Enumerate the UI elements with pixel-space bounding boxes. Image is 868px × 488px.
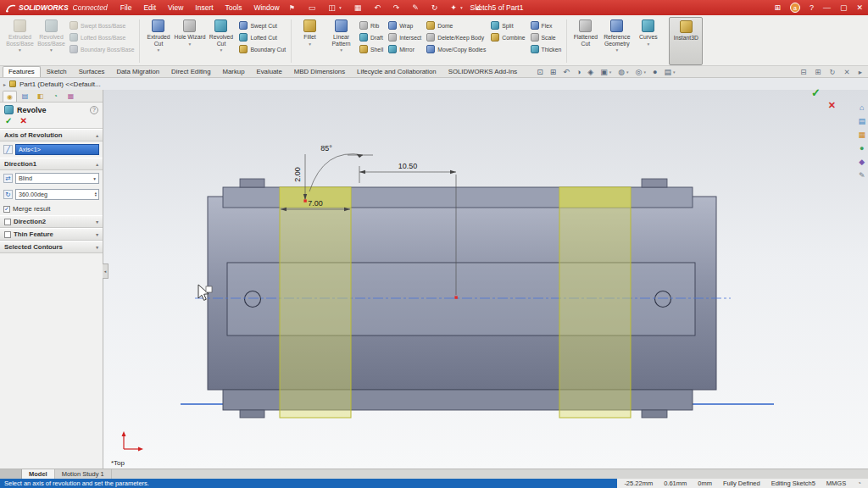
tab-mbd-dimensions[interactable]: MBD Dimensions bbox=[288, 66, 351, 77]
direction2-section[interactable]: Direction2 ▾ bbox=[0, 215, 103, 228]
rebuild-icon[interactable]: ↻ bbox=[431, 3, 438, 12]
pin-menu-icon[interactable]: ⚑ bbox=[289, 4, 295, 12]
panel-collapse-handle[interactable]: ◂ bbox=[103, 263, 108, 279]
scale-button[interactable]: Scale bbox=[528, 33, 565, 42]
maximize-button[interactable]: ▢ bbox=[840, 3, 848, 12]
boundary-boss-button[interactable]: Boundary Boss/Base bbox=[67, 45, 136, 53]
expand-pane-icon[interactable]: ⊞ bbox=[815, 68, 821, 76]
spinner-arrows[interactable]: ▴▾ bbox=[95, 192, 97, 197]
propertymanager-tab[interactable]: ◉ bbox=[3, 91, 17, 102]
selected-contours-section[interactable]: Selected Contours ▾ bbox=[0, 241, 103, 253]
status-icon[interactable]: ◔ bbox=[857, 480, 861, 487]
menu-tools[interactable]: Tools bbox=[220, 3, 248, 12]
select-icon[interactable]: ✎ bbox=[412, 3, 419, 12]
breadcrumb-expand-icon[interactable]: ▸ bbox=[3, 81, 6, 87]
tab-evaluate[interactable]: Evaluate bbox=[250, 66, 287, 77]
annotations-icon[interactable]: ◈ bbox=[587, 68, 593, 76]
units-selector[interactable]: MMGS bbox=[826, 480, 846, 487]
angle-input[interactable]: 360.00deg ▴▾ bbox=[15, 189, 99, 200]
tab-solidworks-add-ins[interactable]: SOLIDWORKS Add-Ins bbox=[442, 66, 523, 77]
menu-edit[interactable]: Edit bbox=[137, 3, 162, 12]
toolbox-icon[interactable]: ▦ bbox=[858, 130, 865, 139]
print-icon[interactable]: ▦ bbox=[354, 3, 362, 12]
revolved-cut-button[interactable]: Revolved Cut ▾ bbox=[205, 17, 236, 65]
menu-window[interactable]: Window bbox=[248, 3, 285, 12]
apps-icon[interactable]: ⊞ bbox=[774, 3, 781, 12]
document-icon[interactable]: ✎ bbox=[859, 171, 865, 180]
apply-scene-icon[interactable]: ▤ bbox=[664, 68, 671, 76]
extruded-cut-button[interactable]: Extruded Cut ▾ bbox=[142, 17, 174, 65]
axis-of-revolution-section[interactable]: Axis of Revolution ▴ bbox=[0, 129, 103, 141]
pm-help-icon[interactable]: ? bbox=[90, 106, 98, 114]
reference-geometry-button[interactable]: Reference Geometry ▾ bbox=[601, 17, 632, 65]
chevron-up-icon[interactable]: ▴ bbox=[96, 133, 98, 138]
chevron-up-icon[interactable]: ▴ bbox=[96, 162, 98, 167]
tab-sketch[interactable]: Sketch bbox=[41, 66, 73, 77]
intersect-button[interactable]: Intersect bbox=[386, 33, 424, 42]
direction1-section[interactable]: Direction1 ▴ bbox=[0, 158, 103, 170]
dimxpertmanager-tab[interactable]: ◔ bbox=[48, 91, 63, 102]
tab-features[interactable]: Features bbox=[3, 66, 41, 77]
merge-result-checkbox[interactable]: ✓ bbox=[3, 206, 10, 213]
tab-markup[interactable]: Markup bbox=[216, 66, 250, 77]
open-icon[interactable]: ▭ bbox=[309, 3, 316, 12]
zoom-fit-icon[interactable]: ⊡ bbox=[537, 68, 543, 76]
save-dropdown-icon[interactable]: ▾ bbox=[339, 5, 342, 10]
resources-icon[interactable]: ▤ bbox=[858, 117, 865, 125]
shell-button[interactable]: Shell bbox=[357, 45, 386, 53]
undo-icon[interactable]: ↶ bbox=[374, 3, 381, 12]
zoom-area-icon[interactable]: ⊞ bbox=[550, 68, 557, 76]
display-style-icon[interactable]: ◍ bbox=[618, 68, 625, 76]
tab-lifecycle-collaboration[interactable]: Lifecycle and Collaboration bbox=[351, 66, 442, 77]
curves-button[interactable]: Curves ▾ bbox=[632, 17, 664, 65]
save-icon[interactable]: ◫ bbox=[328, 3, 336, 12]
configurationmanager-tab[interactable]: ◧ bbox=[33, 91, 47, 102]
displaymanager-tab[interactable]: ▦ bbox=[64, 91, 78, 102]
edit-appearance-icon[interactable]: ● bbox=[653, 68, 657, 76]
hide-show-items-icon[interactable]: ◎ bbox=[636, 68, 643, 76]
help-icon[interactable]: ? bbox=[810, 3, 814, 12]
confirm-ok-icon[interactable]: ✓ bbox=[811, 86, 821, 99]
swept-boss-button[interactable]: Swept Boss/Base bbox=[67, 21, 136, 30]
previous-view-icon[interactable]: ↶ bbox=[563, 68, 570, 76]
end-condition-dropdown[interactable]: Blind ▾ bbox=[15, 173, 99, 184]
section-view-icon[interactable]: ◑ bbox=[576, 68, 581, 76]
boundary-cut-button[interactable]: Boundary Cut bbox=[236, 45, 288, 53]
graphics-area[interactable]: 10.50 2.00 85° 7.00 ✓ ✕ ⌂ ▤ ▦ ● ◆ bbox=[103, 90, 868, 469]
chevron-down-icon[interactable]: ▾ bbox=[96, 245, 98, 250]
refresh-pane-icon[interactable]: ↻ bbox=[829, 68, 835, 76]
featuremanager-tab[interactable]: ▤ bbox=[18, 91, 32, 102]
dim-width[interactable]: 7.00 bbox=[308, 199, 323, 208]
options-icon[interactable]: ✦ bbox=[450, 3, 457, 12]
breadcrumb-text[interactable]: Part1 (Default) <<Default... bbox=[19, 80, 101, 88]
cancel-button[interactable]: ✕ bbox=[19, 116, 26, 125]
view-orientation-icon[interactable]: ▣ bbox=[600, 68, 608, 76]
axis-selection-field[interactable]: Axis<1> bbox=[15, 144, 99, 155]
tab-surfaces[interactable]: Surfaces bbox=[73, 66, 111, 77]
dim-height[interactable]: 2.00 bbox=[293, 167, 302, 182]
appearances-icon[interactable]: ● bbox=[860, 144, 864, 152]
thin-feature-section[interactable]: Thin Feature ▾ bbox=[0, 228, 103, 241]
delete-keep-body-button[interactable]: Delete/Keep Body bbox=[424, 33, 488, 42]
rib-button[interactable]: Rib bbox=[357, 21, 386, 30]
flex-button[interactable]: Flex bbox=[528, 21, 565, 30]
fillet-button[interactable]: Fillet ▾ bbox=[294, 17, 326, 65]
user-avatar[interactable]: a bbox=[790, 3, 800, 13]
model-tab[interactable]: Model bbox=[22, 469, 55, 479]
chevron-down-icon[interactable]: ▾ bbox=[96, 232, 98, 237]
revolved-boss-button[interactable]: Revolved Boss/Base ▾ bbox=[36, 17, 67, 65]
options-dropdown-icon[interactable]: ▾ bbox=[460, 5, 463, 10]
draft-button[interactable]: Draft bbox=[357, 33, 386, 42]
menu-view[interactable]: View bbox=[162, 3, 189, 12]
split-button[interactable]: Split bbox=[488, 21, 527, 30]
undock-pane-icon[interactable]: ⊟ bbox=[800, 68, 806, 76]
move-copy-bodies-button[interactable]: Move/Copy Bodies bbox=[424, 45, 488, 53]
flattened-cut-button[interactable]: Flattened Cut bbox=[570, 17, 601, 65]
menu-file[interactable]: File bbox=[114, 3, 138, 12]
lofted-boss-button[interactable]: Lofted Boss/Base bbox=[67, 33, 136, 42]
ok-button[interactable]: ✓ bbox=[5, 116, 12, 125]
home-icon[interactable]: ⌂ bbox=[860, 103, 864, 112]
reverse-direction-icon[interactable]: ⇄ bbox=[3, 174, 13, 183]
hole-wizard-button[interactable]: Hole Wizard ▾ bbox=[174, 17, 205, 65]
custom-properties-icon[interactable]: ◆ bbox=[859, 158, 865, 166]
